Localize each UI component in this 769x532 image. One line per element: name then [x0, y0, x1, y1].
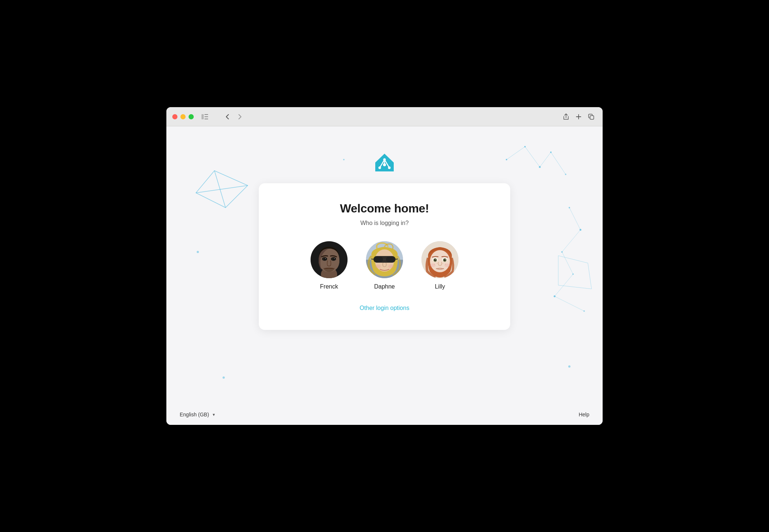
svg-point-18 [569, 207, 570, 208]
svg-point-10 [524, 146, 526, 147]
svg-point-51 [334, 258, 335, 259]
titlebar [166, 107, 603, 126]
user-name-frenck: Frenck [320, 283, 338, 290]
user-name-lilly: Lilly [435, 283, 445, 290]
svg-point-9 [506, 159, 507, 160]
svg-marker-6 [196, 171, 248, 208]
welcome-subtitle: Who is logging in? [360, 220, 409, 226]
login-card: Welcome home! Who is logging in? [259, 183, 510, 330]
svg-point-33 [568, 365, 570, 368]
tabs-button[interactable] [586, 111, 597, 122]
traffic-lights [172, 114, 194, 119]
svg-point-79 [444, 263, 450, 267]
svg-line-17 [551, 152, 566, 174]
users-grid: Frenck [311, 241, 458, 290]
sidebar-toggle-button[interactable] [198, 112, 211, 122]
svg-line-8 [196, 185, 248, 193]
svg-line-14 [507, 147, 525, 160]
svg-line-26 [562, 252, 573, 274]
page-footer: English (GB) ▼ Help [166, 404, 603, 425]
svg-rect-5 [590, 116, 594, 119]
app-logo [372, 149, 397, 176]
user-item-frenck[interactable]: Frenck [311, 241, 348, 290]
svg-point-38 [379, 167, 381, 169]
svg-point-78 [430, 263, 436, 267]
svg-rect-0 [201, 114, 204, 119]
chevron-down-icon: ▼ [212, 413, 216, 417]
svg-point-49 [333, 258, 335, 260]
svg-point-21 [572, 273, 574, 275]
svg-point-70 [444, 259, 446, 261]
svg-point-11 [539, 166, 541, 168]
svg-line-16 [540, 152, 551, 167]
user-item-lilly[interactable]: Lilly [421, 241, 458, 290]
browser-window: Welcome home! Who is logging in? [166, 107, 603, 425]
svg-point-39 [388, 167, 391, 169]
share-button[interactable] [560, 111, 572, 122]
svg-line-24 [569, 208, 580, 230]
svg-point-48 [324, 258, 326, 260]
minimize-button[interactable] [180, 114, 186, 119]
forward-button[interactable] [234, 111, 245, 122]
svg-point-69 [434, 259, 436, 261]
svg-rect-3 [204, 119, 208, 119]
language-selector[interactable]: English (GB) ▼ [180, 412, 216, 417]
svg-line-7 [214, 171, 226, 208]
svg-point-77 [440, 264, 440, 265]
svg-line-60 [395, 259, 398, 259]
svg-point-22 [554, 296, 556, 297]
svg-rect-2 [204, 116, 208, 117]
language-label: English (GB) [180, 412, 209, 417]
svg-point-72 [445, 259, 446, 260]
svg-rect-56 [374, 257, 383, 262]
svg-point-12 [550, 151, 552, 153]
maximize-button[interactable] [189, 114, 194, 119]
svg-line-15 [525, 147, 540, 167]
help-link[interactable]: Help [579, 412, 589, 417]
svg-rect-57 [386, 257, 395, 262]
svg-point-13 [565, 174, 566, 175]
back-button[interactable] [222, 111, 233, 122]
user-avatar-daphne[interactable] [366, 241, 403, 278]
close-button[interactable] [172, 114, 177, 119]
svg-point-19 [580, 229, 582, 231]
svg-point-62 [388, 265, 394, 268]
svg-point-75 [443, 263, 443, 264]
svg-point-50 [325, 258, 326, 259]
svg-marker-29 [558, 256, 592, 289]
nav-controls [222, 111, 245, 122]
svg-line-28 [555, 296, 584, 311]
svg-rect-1 [204, 114, 208, 115]
other-login-link[interactable]: Other login options [360, 305, 409, 311]
svg-point-20 [561, 251, 563, 253]
user-item-daphne[interactable]: Daphne [366, 241, 403, 290]
svg-point-40 [383, 158, 386, 161]
user-name-daphne: Daphne [374, 283, 395, 290]
svg-point-32 [223, 376, 225, 379]
new-tab-button[interactable] [573, 111, 584, 122]
svg-point-61 [375, 265, 381, 268]
welcome-title: Welcome home! [340, 202, 429, 215]
titlebar-right-controls [560, 111, 597, 122]
user-avatar-frenck[interactable] [311, 241, 348, 278]
svg-line-27 [555, 274, 573, 296]
svg-point-74 [437, 263, 437, 264]
svg-point-31 [197, 251, 199, 253]
svg-point-71 [435, 259, 436, 260]
page-content: Welcome home! Who is logging in? [166, 126, 603, 425]
svg-point-30 [343, 159, 345, 160]
user-avatar-lilly[interactable] [421, 241, 458, 278]
svg-line-59 [371, 259, 374, 259]
svg-point-23 [583, 310, 585, 312]
svg-line-25 [562, 230, 580, 252]
